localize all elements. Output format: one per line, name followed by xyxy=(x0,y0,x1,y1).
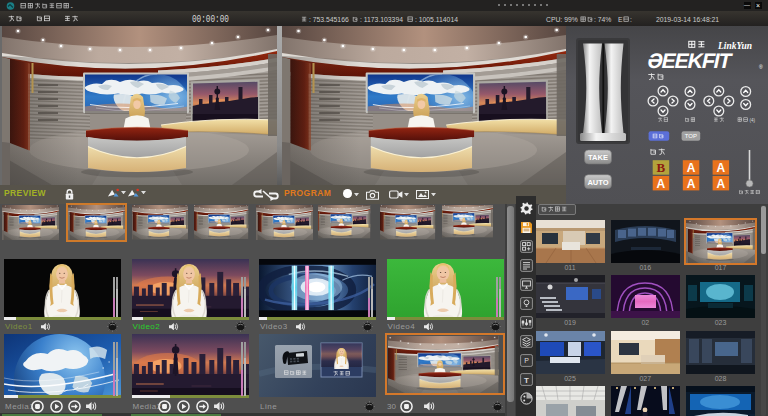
svg-text:®: ® xyxy=(759,64,763,70)
svg-text:E: E xyxy=(618,16,623,23)
svg-text:2019-03-14 16:48:21: 2019-03-14 16:48:21 xyxy=(656,16,719,23)
svg-text:B: B xyxy=(657,160,666,175)
svg-text:: 1005.114014: : 1005.114014 xyxy=(415,16,458,23)
svg-text:ƏEEKFIT: ƏEEKFIT xyxy=(645,49,734,72)
svg-text:CPU: 99%: CPU: 99% xyxy=(546,16,578,23)
svg-text:TOP: TOP xyxy=(685,133,697,139)
svg-text:A: A xyxy=(716,177,725,191)
svg-text:: 1173.103394: : 1173.103394 xyxy=(360,16,403,23)
svg-text:(4): (4) xyxy=(750,118,756,123)
svg-text:AUTO: AUTO xyxy=(587,178,608,187)
svg-text:-: - xyxy=(71,3,74,10)
svg-text:00:00:00: 00:00:00 xyxy=(192,14,229,25)
svg-text:A: A xyxy=(687,161,696,175)
svg-text:A: A xyxy=(657,177,666,191)
svg-text:A: A xyxy=(687,177,696,191)
svg-text:TAKE: TAKE xyxy=(588,153,608,162)
svg-text:: 753.545166: : 753.545166 xyxy=(309,16,349,23)
svg-text::: : xyxy=(630,16,632,23)
svg-text:A: A xyxy=(716,161,725,175)
svg-text:: 74%: : 74% xyxy=(594,16,611,23)
